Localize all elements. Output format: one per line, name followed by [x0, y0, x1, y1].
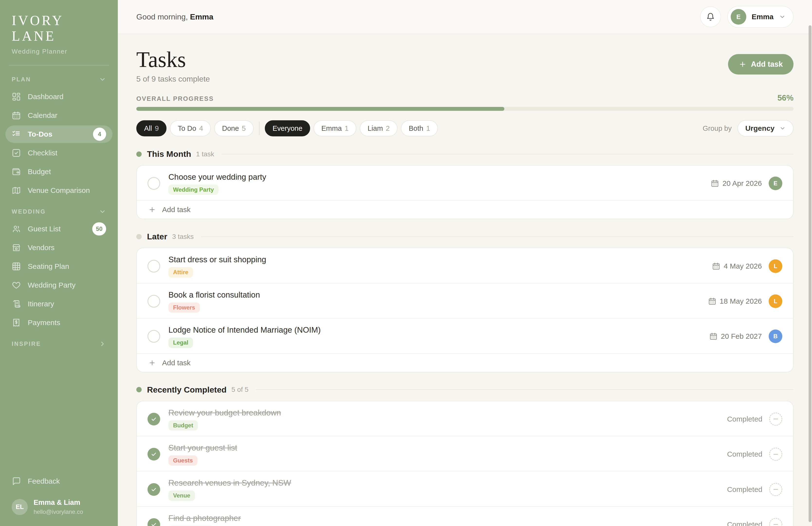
assignee-avatar[interactable]: L [769, 259, 782, 273]
main-area: Good morning, Emma E Emma Tasks 5 of 9 t… [118, 0, 812, 526]
unassigned-avatar-placeholder[interactable] [769, 447, 782, 461]
task-title: Research venues in Sydney, NSW [169, 478, 291, 488]
filter-chip-todo[interactable]: To Do 4 [170, 120, 211, 137]
sidebar-item-budget[interactable]: Budget [5, 163, 113, 181]
group-by: Group by Urgency [703, 120, 794, 137]
sidebar-item-vendors[interactable]: Vendors [5, 239, 113, 256]
section-dot [136, 234, 142, 239]
task-title: Find a photographer [169, 513, 241, 523]
map-icon [12, 186, 21, 195]
add-task-row[interactable]: Add task [137, 353, 793, 372]
scroll-icon [12, 299, 21, 309]
sidebar-item-venue-comparison[interactable]: Venue Comparison [5, 182, 113, 199]
sidebar-item-checklist[interactable]: Checklist [5, 144, 113, 162]
task-checkbox[interactable] [147, 177, 160, 190]
sidebar-item-label: Budget [28, 168, 51, 176]
assignee-avatar[interactable]: B [769, 329, 782, 343]
sidebar-item-label: Vendors [28, 243, 55, 252]
plus-icon [148, 206, 156, 213]
nav-section-wedding[interactable]: WEDDING [5, 208, 113, 215]
unassigned-avatar-placeholder[interactable] [769, 483, 782, 496]
due-date-text: 20 Feb 2027 [721, 332, 762, 340]
user-profile[interactable]: EL Emma & Liam hello@ivorylane.co [5, 491, 113, 515]
chip-label: Liam [367, 125, 383, 132]
chip-label: Emma [321, 125, 342, 132]
task-checkbox-checked[interactable] [147, 413, 160, 425]
task-card-recently-completed: Review your budget breakdown Budget Comp… [136, 401, 794, 526]
calendar-icon [708, 297, 716, 305]
sidebar-item-payments[interactable]: Payments [5, 314, 113, 331]
greeting-prefix: Good morning, [136, 12, 190, 21]
sidebar-item-label: Dashboard [28, 93, 63, 101]
filter-chip-emma[interactable]: Emma 1 [314, 120, 356, 137]
filter-chip-all[interactable]: All 9 [136, 120, 166, 137]
progress-bar-fill [136, 107, 504, 111]
account-menu[interactable]: E Emma [727, 6, 794, 28]
calendar-icon [711, 179, 719, 187]
task-checkbox[interactable] [147, 330, 160, 343]
sidebar-item-label: Payments [28, 318, 60, 327]
feedback-button[interactable]: Feedback [5, 472, 113, 490]
completed-label: Completed [727, 415, 762, 423]
sidebar-item-guest-list[interactable]: Guest List 50 [5, 220, 113, 238]
task-title: Start dress or suit shopping [169, 255, 266, 265]
sidebar-item-label: Itinerary [28, 300, 54, 308]
task-tag: Flowers [169, 302, 200, 313]
due-date: 4 May 2026 [712, 262, 762, 270]
sidebar-item-label: Calendar [28, 111, 57, 119]
sidebar-item-seating-plan[interactable]: Seating Plan [5, 258, 113, 275]
section-title: This Month [147, 149, 191, 159]
task-tag: Legal [169, 338, 193, 348]
section-rule [256, 389, 794, 390]
task-checkbox-checked[interactable] [147, 448, 160, 460]
task-checkbox[interactable] [147, 295, 160, 308]
sidebar-item-wedding-party[interactable]: Wedding Party [5, 276, 113, 294]
task-row: Review your budget breakdown Budget Comp… [137, 401, 793, 436]
notifications-button[interactable] [700, 6, 721, 27]
sidebar-item-label: Venue Comparison [28, 186, 90, 195]
scrollbar[interactable] [809, 25, 812, 522]
section-header-this-month: This Month 1 task [136, 149, 794, 159]
dashboard-icon [12, 92, 21, 101]
unassigned-avatar-placeholder[interactable] [769, 518, 782, 526]
sidebar-item-label: Guest List [28, 225, 61, 233]
completed-label: Completed [727, 450, 762, 458]
chip-count: 4 [199, 125, 203, 132]
filter-chip-everyone[interactable]: Everyone [265, 120, 310, 137]
filter-chip-done[interactable]: Done 5 [214, 120, 253, 137]
sidebar-item-dashboard[interactable]: Dashboard [5, 88, 113, 105]
feedback-label: Feedback [28, 477, 60, 485]
assignee-avatar[interactable]: E [769, 176, 782, 190]
chip-count: 1 [345, 125, 349, 132]
task-title: Start your guest list [169, 443, 237, 453]
nav-section-inspire[interactable]: INSPIRE [5, 340, 113, 347]
chip-count: 5 [242, 125, 246, 132]
filter-chip-liam[interactable]: Liam 2 [360, 120, 397, 137]
section-count: 3 tasks [172, 233, 194, 241]
completed-label: Completed [727, 485, 762, 494]
nav-section-plan[interactable]: PLAN [5, 76, 113, 83]
sidebar-item-itinerary[interactable]: Itinerary [5, 295, 113, 313]
task-row: Research venues in Sydney, NSW Venue Com… [137, 471, 793, 506]
calendar-icon [12, 111, 21, 120]
chip-divider [259, 122, 260, 135]
unassigned-avatar-placeholder[interactable] [769, 413, 782, 426]
due-date: 18 May 2026 [708, 297, 762, 305]
sidebar-item-label: To-Dos [28, 130, 52, 138]
assignee-avatar[interactable]: L [769, 295, 782, 308]
todos-count-badge: 4 [93, 128, 106, 141]
checkbox-icon [12, 148, 21, 158]
filter-chip-both[interactable]: Both 1 [401, 120, 438, 137]
add-task-button[interactable]: Add task [728, 54, 794, 74]
sidebar-item-todos[interactable]: To-Dos 4 [5, 125, 113, 143]
task-checkbox-checked[interactable] [147, 483, 160, 496]
sidebar-item-calendar[interactable]: Calendar [5, 106, 113, 124]
chip-label: All [144, 125, 152, 132]
task-checkbox-checked[interactable] [147, 518, 160, 526]
logo-block: IVORY LANE Wedding Planner [0, 0, 118, 65]
task-checkbox[interactable] [147, 260, 160, 272]
topbar: Good morning, Emma E Emma [118, 0, 812, 34]
add-task-row[interactable]: Add task [137, 200, 793, 219]
progress-percent: 56% [778, 93, 794, 102]
group-by-select[interactable]: Urgency [738, 120, 794, 137]
